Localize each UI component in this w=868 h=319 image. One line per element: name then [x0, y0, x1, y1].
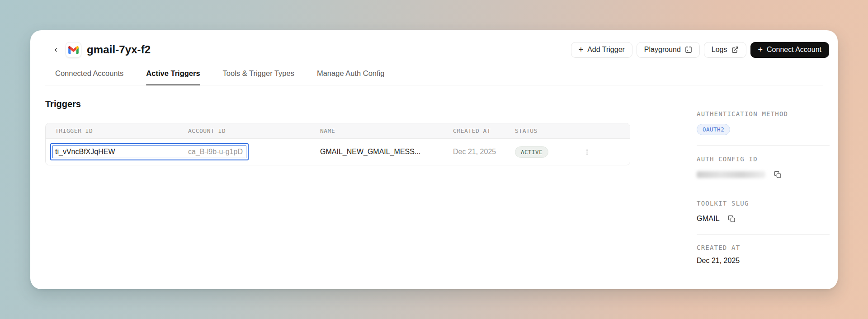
gmail-icon — [68, 46, 79, 54]
column-header-status: STATUS — [515, 127, 581, 134]
status-badge: ACTIVE — [515, 146, 548, 158]
gmail-logo — [66, 42, 81, 58]
tab-bar: Connected Accounts Active Triggers Tools… — [45, 69, 823, 85]
tab-manage-auth-config[interactable]: Manage Auth Config — [317, 69, 385, 85]
content-area: Triggers TRIGGER ID ACCOUNT ID NAME CREA… — [30, 85, 838, 165]
connect-account-button[interactable]: + Connect Account — [750, 42, 829, 58]
account-id-cell: ca_B-l9b-u-g1pD — [188, 148, 320, 156]
logs-button[interactable]: Logs — [704, 42, 746, 58]
column-header-account-id: ACCOUNT ID — [188, 127, 320, 134]
triggers-table: TRIGGER ID ACCOUNT ID NAME CREATED AT ST… — [45, 123, 630, 165]
copy-toolkit-slug-button[interactable] — [727, 214, 737, 224]
add-trigger-label: Add Trigger — [587, 46, 625, 54]
playground-button[interactable]: Playground — [637, 42, 700, 58]
connect-account-label: Connect Account — [767, 46, 821, 54]
plus-icon: + — [579, 46, 584, 54]
chevron-left-icon — [53, 47, 59, 53]
page-header: gmail-7yx-f2 + Add Trigger Playground Lo… — [30, 30, 838, 58]
auth-method-section: AUTHENTICATION METHOD OAUTH2 — [697, 101, 830, 146]
page-title: gmail-7yx-f2 — [87, 43, 151, 56]
copy-auth-config-id-button[interactable] — [773, 169, 783, 179]
auth-config-id-redacted-value — [697, 171, 765, 178]
created-at-section: CREATED AT Dec 21, 2025 — [697, 235, 830, 275]
back-button[interactable] — [49, 43, 62, 56]
playground-icon — [685, 46, 692, 53]
column-header-trigger-id: TRIGGER ID — [55, 127, 188, 134]
status-cell: ACTIVE — [515, 146, 581, 158]
details-sidebar: AUTHENTICATION METHOD OAUTH2 AUTH CONFIG… — [697, 101, 830, 275]
created-at-label: CREATED AT — [697, 244, 830, 251]
logs-label: Logs — [712, 46, 727, 54]
toolkit-slug-label: TOOLKIT SLUG — [697, 200, 830, 207]
header-actions: + Add Trigger Playground Logs + Connect … — [571, 42, 829, 58]
created-at-cell: Dec 21, 2025 — [453, 148, 515, 156]
auth-config-id-label: AUTH CONFIG ID — [697, 155, 830, 163]
auth-config-section: AUTH CONFIG ID — [697, 146, 830, 190]
app-card: gmail-7yx-f2 + Add Trigger Playground Lo… — [30, 30, 838, 289]
row-menu-button[interactable] — [581, 146, 593, 158]
trigger-name-cell: GMAIL_NEW_GMAIL_MESS... — [320, 148, 453, 156]
kebab-icon — [584, 149, 590, 155]
copy-icon — [728, 215, 736, 223]
tab-connected-accounts[interactable]: Connected Accounts — [55, 69, 123, 85]
plus-icon: + — [758, 46, 763, 54]
toolkit-slug-section: TOOLKIT SLUG GMAIL — [697, 190, 830, 235]
copy-icon — [774, 171, 782, 178]
toolkit-slug-value: GMAIL — [697, 215, 720, 223]
external-link-icon — [731, 46, 739, 53]
tab-active-triggers[interactable]: Active Triggers — [146, 69, 200, 85]
playground-label: Playground — [644, 46, 681, 54]
trigger-id-cell: ti_vVncBfXJqHEW — [55, 148, 188, 156]
oauth2-badge: OAUTH2 — [697, 124, 730, 135]
column-header-created-at: CREATED AT — [453, 127, 515, 134]
actions-cell — [581, 146, 630, 158]
tab-tools-trigger-types[interactable]: Tools & Trigger Types — [223, 69, 294, 85]
add-trigger-button[interactable]: + Add Trigger — [571, 42, 632, 58]
table-header-row: TRIGGER ID ACCOUNT ID NAME CREATED AT ST… — [46, 123, 630, 139]
table-row[interactable]: ti_vVncBfXJqHEW ca_B-l9b-u-g1pD GMAIL_NE… — [46, 139, 630, 165]
auth-method-label: AUTHENTICATION METHOD — [697, 110, 830, 117]
created-at-value: Dec 21, 2025 — [697, 257, 830, 265]
column-header-name: NAME — [320, 127, 453, 134]
